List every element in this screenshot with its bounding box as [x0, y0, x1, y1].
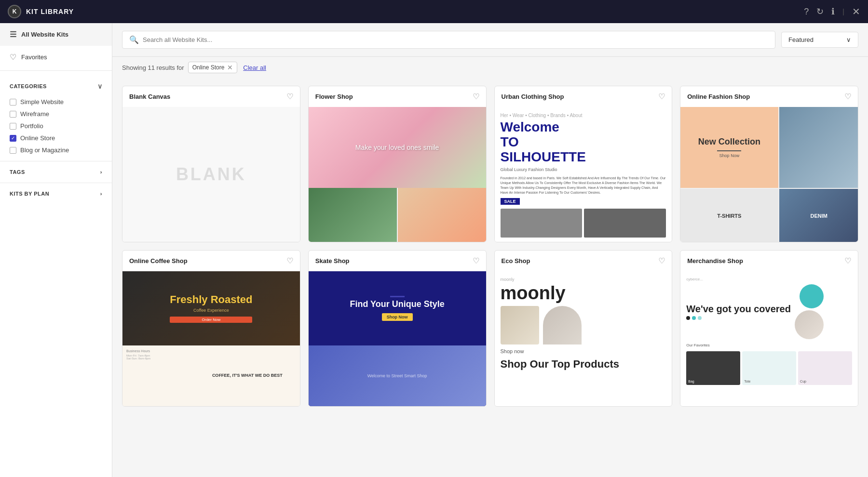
skate-top-section: Find Your Unique Style Shop Now — [309, 271, 486, 345]
kit-card-header-coffee-shop: Online Coffee Shop ♡ — [122, 251, 300, 271]
category-portfolio[interactable]: Portfolio — [10, 120, 102, 132]
flower-shop-tagline: Make your loved ones smile — [355, 144, 439, 151]
category-blog-magazine[interactable]: Blog or Magazine — [10, 144, 102, 156]
kits-by-plan-chevron-icon: › — [100, 191, 102, 197]
category-online-store[interactable]: Online Store — [10, 132, 102, 144]
skate-headline: Find Your Unique Style — [350, 299, 444, 309]
merch-item-3: Cup — [798, 351, 852, 385]
tags-label: TAGS — [10, 169, 25, 175]
blog-magazine-label: Blog or Magazine — [20, 146, 69, 154]
simple-website-checkbox[interactable] — [10, 99, 16, 106]
close-icon[interactable]: ✕ — [852, 6, 860, 17]
favorite-icon-merch-shop[interactable]: ♡ — [844, 256, 851, 265]
menu-icon: ☰ — [10, 30, 16, 39]
online-store-checkbox[interactable] — [10, 135, 16, 142]
wireframe-checkbox[interactable] — [10, 111, 16, 118]
kit-card-header-flower-shop: Flower Shop ♡ — [309, 86, 486, 107]
sidebar-item-all-kits[interactable]: ☰ All Website Kits — [0, 23, 112, 46]
favorite-icon-flower-shop[interactable]: ♡ — [473, 92, 479, 101]
skate-shop-preview: Find Your Unique Style Shop Now Welcome … — [309, 271, 486, 406]
favorite-icon-eco-shop[interactable]: ♡ — [658, 256, 665, 265]
sort-dropdown[interactable]: Featured ∨ — [781, 32, 858, 48]
kit-title-urban-clothing: Urban Clothing Shop — [502, 93, 564, 100]
merch-shop-preview: cyberce... We've got you covered — [680, 271, 858, 406]
merch-favorites-label: Our Favorites — [686, 343, 852, 347]
favorite-icon-coffee-shop[interactable]: ♡ — [286, 256, 293, 265]
coffee-sub: Coffee Experience — [170, 308, 252, 313]
category-wireframe[interactable]: Wireframe — [10, 108, 102, 120]
skate-bottom-text: Welcome to Street Smart Shop — [367, 373, 427, 378]
kit-card-eco-shop[interactable]: Eco Shop ♡ moonly moonly Shop now — [494, 250, 673, 407]
categories-header[interactable]: CATEGORIES ∨ — [10, 82, 102, 90]
eco-product-row — [501, 306, 666, 344]
wireframe-label: Wireframe — [20, 110, 49, 118]
favorite-icon-blank-canvas[interactable]: ♡ — [286, 92, 293, 101]
flower-bottom-left — [309, 188, 397, 242]
fashion-denim-label: DENIM — [811, 213, 827, 219]
tags-header[interactable]: TAGS › — [0, 161, 112, 183]
favorite-icon-online-fashion[interactable]: ♡ — [844, 92, 851, 101]
app-title: KIT LIBRARY — [26, 8, 74, 15]
portfolio-checkbox[interactable] — [10, 123, 16, 130]
category-simple-website[interactable]: Simple Website — [10, 96, 102, 108]
kit-title-online-fashion: Online Fashion Shop — [687, 93, 750, 100]
search-input-wrapper[interactable]: 🔍 — [122, 31, 775, 49]
merch-item-3-label: Cup — [800, 380, 806, 383]
search-input[interactable] — [143, 36, 768, 43]
remove-filter-icon[interactable]: ✕ — [227, 64, 233, 71]
eco-shop-now-label: Shop now — [501, 348, 666, 354]
top-bar: K KIT LIBRARY ? ↻ ℹ | ✕ — [0, 0, 868, 23]
coffee-cta: Order Now — [170, 317, 252, 323]
urban-brand-name: WelcomeTOSILHOUETTE — [501, 120, 666, 164]
eco-shop-preview: moonly moonly Shop now Shop Our Top Prod… — [495, 271, 672, 406]
kit-card-flower-shop[interactable]: Flower Shop ♡ Make your loved ones smile — [308, 86, 487, 242]
kit-card-skate-shop[interactable]: Skate Shop ♡ Find Your Unique Style Shop… — [308, 250, 487, 407]
kit-title-merch-shop: Merchandise Shop — [687, 257, 743, 265]
skate-cta-button: Shop Now — [382, 313, 413, 321]
skate-image-section: Welcome to Street Smart Shop — [309, 345, 486, 406]
merch-teal-circle — [800, 284, 824, 308]
filter-bar: Showing 11 results for Online Store ✕ Cl… — [112, 57, 868, 78]
coffee-tagline: COFFEE, IT'S WHAT WE DO BEST — [212, 349, 296, 402]
clear-all-button[interactable]: Clear all — [243, 64, 266, 71]
urban-clothing-preview: Her • Wear • Clothing • Brands • About W… — [495, 107, 672, 242]
kit-title-blank-canvas: Blank Canvas — [129, 93, 170, 100]
merch-brand: cyberce... — [686, 277, 852, 281]
kit-card-header-online-fashion: Online Fashion Shop ♡ — [680, 86, 858, 107]
search-icon: 🔍 — [129, 35, 139, 44]
eco-product-img-2 — [543, 306, 582, 344]
coffee-headline: Freshly Roasted — [170, 294, 252, 305]
favorite-icon-skate-shop[interactable]: ♡ — [473, 256, 479, 265]
kit-card-merch-shop[interactable]: Merchandise Shop ♡ cyberce... We've got … — [680, 250, 858, 407]
sidebar-item-favorites[interactable]: ♡ Favorites — [0, 46, 112, 68]
coffee-top-section: Freshly Roasted Coffee Experience Order … — [122, 271, 300, 345]
flower-shop-preview: Make your loved ones smile — [309, 107, 486, 242]
categories-chevron-icon: ∨ — [97, 82, 103, 90]
blog-magazine-checkbox[interactable] — [10, 147, 16, 154]
categories-label: CATEGORIES — [10, 83, 47, 89]
favorite-icon-urban-clothing[interactable]: ♡ — [658, 92, 665, 101]
info-icon[interactable]: ℹ — [831, 6, 835, 17]
kits-by-plan-header[interactable]: KITS BY PLAN › — [0, 183, 112, 204]
urban-img-2 — [584, 209, 666, 238]
refresh-icon[interactable]: ↻ — [816, 6, 824, 17]
question-icon[interactable]: ? — [804, 7, 809, 17]
kit-card-header-eco-shop: Eco Shop ♡ — [495, 251, 672, 271]
fashion-model-image — [779, 107, 858, 188]
kit-card-blank-canvas[interactable]: Blank Canvas ♡ BLANK — [122, 86, 300, 242]
merch-item-2-label: Tote — [744, 380, 750, 383]
online-store-label: Online Store — [20, 134, 55, 142]
eco-bottom-title: Shop Our Top Products — [501, 358, 666, 371]
kit-card-online-fashion[interactable]: Online Fashion Shop ♡ New Collection Sho… — [680, 86, 858, 242]
kit-title-flower-shop: Flower Shop — [315, 93, 353, 100]
active-filter-text: Online Store — [192, 64, 225, 71]
kit-card-coffee-shop[interactable]: Online Coffee Shop ♡ Freshly Roasted Cof… — [122, 250, 300, 407]
coffee-menu-section: Business Hours Mon-Fri: 7am-8pm Sat-Sun:… — [126, 349, 210, 402]
blank-canvas-preview: BLANK — [122, 107, 300, 242]
urban-sale-badge: SALE — [501, 198, 520, 205]
kit-card-urban-clothing[interactable]: Urban Clothing Shop ♡ Her • Wear • Cloth… — [494, 86, 673, 242]
kit-title-eco-shop: Eco Shop — [502, 257, 530, 265]
kits-grid: Blank Canvas ♡ BLANK Flower Shop ♡ — [122, 86, 858, 407]
tags-chevron-icon: › — [100, 169, 102, 175]
fashion-new-collection-title: New Collection — [698, 137, 760, 147]
